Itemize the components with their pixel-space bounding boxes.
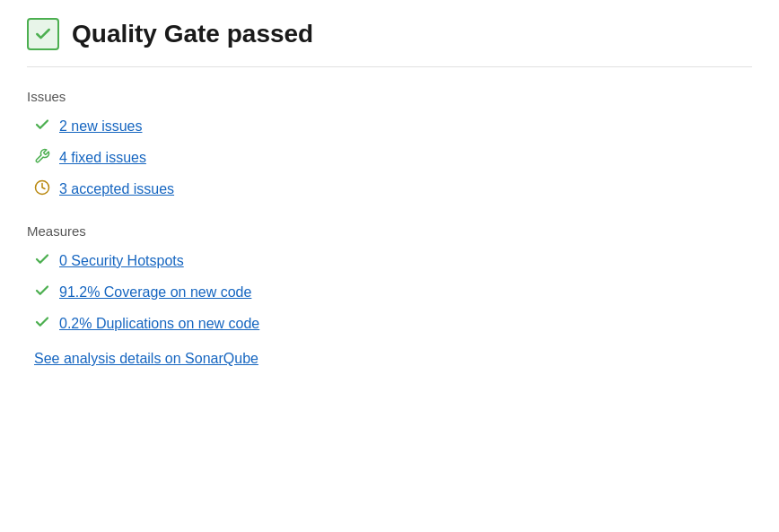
- analysis-link-container: See analysis details on SonarQube: [27, 351, 752, 367]
- measures-section-label: Measures: [27, 223, 752, 239]
- issues-section-label: Issues: [27, 89, 752, 104]
- duplications-link[interactable]: 0.2% Duplications on new code: [59, 316, 259, 332]
- accepted-icon: [34, 179, 50, 198]
- see-analysis-link[interactable]: See analysis details on SonarQube: [34, 351, 258, 366]
- fixed-issues-link[interactable]: 4 fixed issues: [59, 150, 146, 166]
- coverage-link[interactable]: 91.2% Coverage on new code: [59, 284, 251, 301]
- check-icon: [34, 314, 50, 333]
- list-item: 4 fixed issues: [34, 148, 752, 167]
- measures-section: Measures 0 Security Hotspots 91.2% Cover…: [27, 223, 752, 367]
- list-item: 2 new issues: [34, 117, 752, 135]
- list-item: 91.2% Coverage on new code: [34, 283, 752, 301]
- check-icon: [34, 117, 50, 135]
- check-icon: [34, 251, 50, 270]
- header: Quality Gate passed: [27, 18, 752, 67]
- check-icon: [34, 283, 50, 301]
- list-item: 3 accepted issues: [34, 179, 752, 198]
- security-hotspots-link[interactable]: 0 Security Hotspots: [59, 253, 184, 269]
- quality-gate-badge: [27, 18, 59, 50]
- accepted-issues-link[interactable]: 3 accepted issues: [59, 181, 174, 197]
- new-issues-link[interactable]: 2 new issues: [59, 118, 143, 135]
- list-item: 0 Security Hotspots: [34, 251, 752, 270]
- measures-list: 0 Security Hotspots 91.2% Coverage on ne…: [27, 251, 752, 333]
- issues-section: Issues 2 new issues 4 fixed issues: [27, 89, 752, 198]
- page-title: Quality Gate passed: [72, 20, 313, 48]
- wrench-icon: [34, 148, 50, 167]
- list-item: 0.2% Duplications on new code: [34, 314, 752, 333]
- issues-list: 2 new issues 4 fixed issues 3 accepted i…: [27, 117, 752, 198]
